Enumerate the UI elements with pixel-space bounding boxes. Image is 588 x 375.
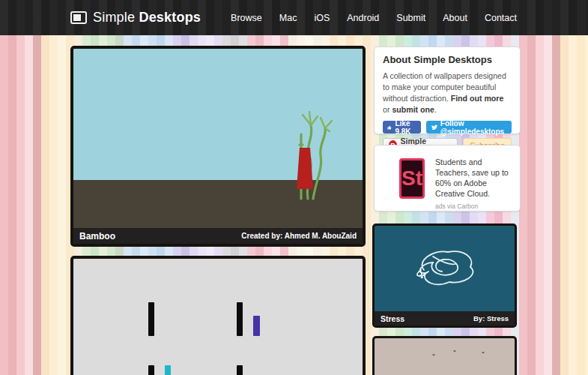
site-logo[interactable]: Simple Desktops (70, 10, 201, 26)
ad-text[interactable]: Students and Teachers, save up to 60% on… (435, 157, 513, 199)
mountains-image: ⌄ ⌄ ⌄ (375, 338, 515, 375)
submit-one-link[interactable]: submit one (392, 105, 434, 114)
twitter-follow-label: Follow @simpledesktops (440, 119, 506, 136)
wallpaper-credit: Created by: Ahmed M. AbouZaid (241, 232, 357, 240)
wallpaper-caption: Stress By: Stress (375, 311, 515, 326)
bamboo-image (73, 49, 363, 244)
bars-image (73, 259, 363, 375)
nav-item-ios[interactable]: iOS (314, 13, 330, 23)
wallpaper-bar (237, 302, 243, 336)
about-text: . (434, 105, 437, 114)
nav-item-about[interactable]: About (443, 13, 467, 23)
about-text: or (383, 105, 392, 114)
scribble-icon (410, 244, 479, 291)
wallpaper-credit: By: Stress (473, 314, 509, 322)
wallpaper-bar (253, 316, 260, 336)
wallpaper-bar (165, 365, 171, 375)
thumbs-up-icon (387, 124, 392, 131)
carbon-ad-card: St Students and Teachers, save up to 60%… (374, 145, 521, 212)
bird-icon: ⌄ (431, 351, 436, 357)
about-card: About Simple Desktops A collection of wa… (374, 46, 521, 134)
nav-item-submit[interactable]: Submit (396, 13, 425, 23)
nav-item-browse[interactable]: Browse (231, 13, 262, 23)
wallpaper-bar (148, 302, 154, 336)
desktop-monitor-icon (70, 11, 87, 24)
facebook-like-label: Like 9.8K (395, 119, 416, 136)
nav-item-contact[interactable]: Contact (485, 13, 517, 23)
wallpaper-title: Stress (381, 314, 404, 323)
facebook-like-button[interactable]: Like 9.8K (383, 121, 421, 134)
wallpaper-bamboo[interactable]: Bamboo Created by: Ahmed M. AbouZaid (70, 46, 366, 247)
about-body: A collection of wallpapers designed to m… (383, 70, 512, 116)
nav-item-mac[interactable]: Mac (279, 13, 297, 23)
wallpaper-bars[interactable] (70, 256, 366, 375)
main-nav: BrowseMaciOSAndroidSubmitAboutContact (231, 13, 517, 23)
twitter-bird-icon (431, 124, 437, 131)
wallpaper-stress[interactable]: Stress By: Stress (372, 224, 517, 328)
wallpaper-caption: Bamboo Created by: Ahmed M. AbouZaid (73, 228, 363, 244)
wallpaper-title: Bamboo (79, 231, 115, 242)
page: Simple Desktops BrowseMaciOSAndroidSubmi… (0, 0, 588, 375)
twitter-follow-button[interactable]: Follow @simpledesktops (426, 121, 512, 134)
adobe-student-logo[interactable]: St (399, 158, 425, 199)
site-title: Simple Desktops (93, 10, 201, 26)
ad-via-carbon[interactable]: ads via Carbon (435, 201, 513, 212)
wallpaper-bar (148, 365, 154, 375)
bird-icon: ⌄ (452, 347, 457, 353)
wallpaper-bar (237, 365, 243, 375)
header: Simple Desktops BrowseMaciOSAndroidSubmi… (0, 0, 588, 35)
bird-icon: ⌄ (481, 349, 485, 355)
wallpaper-mountains[interactable]: ⌄ ⌄ ⌄ (372, 336, 517, 375)
find-out-more-link[interactable]: Find out more (451, 94, 504, 103)
about-title: About Simple Desktops (383, 54, 512, 65)
nav-item-android[interactable]: Android (347, 13, 379, 23)
